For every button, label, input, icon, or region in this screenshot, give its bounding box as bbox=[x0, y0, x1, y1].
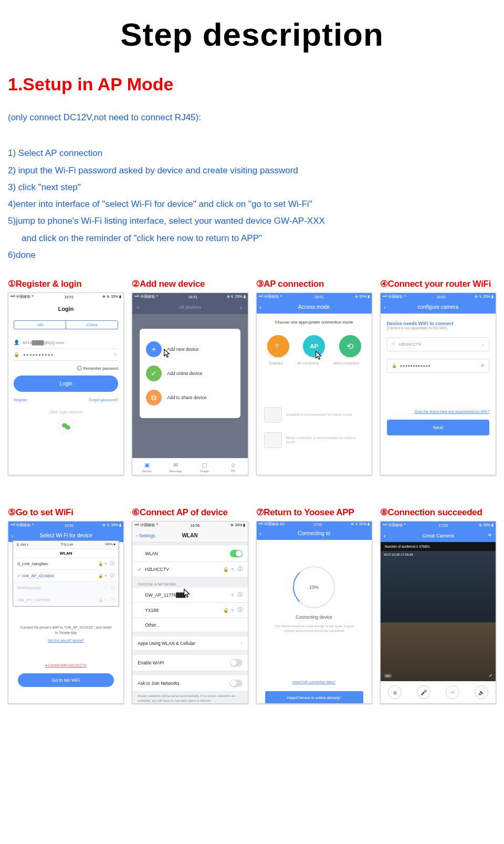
snapshot-button[interactable]: ✂ bbox=[446, 685, 459, 699]
register-link[interactable]: Register bbox=[14, 398, 27, 402]
remember-checkbox[interactable]: ✓ bbox=[77, 366, 81, 370]
back-icon[interactable]: ‹ bbox=[260, 304, 262, 310]
nav-image[interactable]: ▢Image bbox=[190, 459, 219, 475]
speaker-button[interactable]: 🔈 bbox=[475, 685, 488, 699]
step-4: 4)enter into interface of "select Wi-Fi … bbox=[8, 196, 496, 213]
wired-connection-button[interactable]: ⟲ bbox=[339, 335, 361, 357]
username-field[interactable]: 👤 8914████@QQ.com bbox=[14, 337, 118, 349]
screenshot-add-device: ••ıl中国移动ᯤ 16:51 ⊕ ↯35%▮ ≡ All devices ＋ … bbox=[132, 293, 248, 475]
caption-7: ⑦Return to Yoosee APP bbox=[256, 507, 372, 518]
screenshot-configure-camera: ••ıl中国移动ᯤ 16:52 ⊕ ↯35%▮ ‹ configure came… bbox=[380, 293, 496, 475]
status-bar: ••ıl中国移动ᯤ 17:03 ⊕30%▮ bbox=[381, 522, 496, 529]
camera-icon: ▣ bbox=[132, 462, 161, 468]
network-gw-ap[interactable]: GW_AP_11776███ ᯤⓘ bbox=[132, 588, 247, 603]
stream-info: Number of audience:1 67kB/s bbox=[381, 542, 496, 551]
back-icon[interactable]: ‹ bbox=[260, 530, 262, 537]
eye-icon[interactable]: 👁 bbox=[113, 352, 118, 357]
apps-using-wlan[interactable]: Apps Using WLAN & Cellular› bbox=[132, 637, 247, 651]
enable-wapi[interactable]: Enable WAPI bbox=[132, 655, 247, 671]
user-icon: 👤 bbox=[14, 340, 19, 345]
wifi-icon: ᯤ bbox=[32, 294, 35, 299]
wifi-requirements-link[interactable]: Does the device have any requirements fo… bbox=[387, 410, 489, 413]
smartlink-button[interactable]: ᯤ bbox=[267, 335, 289, 357]
record-button[interactable]: ◉ bbox=[388, 685, 402, 699]
status-bar: ••ıl中国移动ᯤ 16:51 ⊕35%▮ bbox=[257, 293, 372, 300]
ap-label: AP connection bbox=[297, 361, 319, 365]
ask-to-join[interactable]: Ask to Join Networks bbox=[132, 675, 247, 692]
wifi-icon: ᯤ bbox=[231, 567, 236, 572]
toggle-off-icon[interactable] bbox=[230, 659, 243, 666]
settings-icon[interactable]: ⚙ bbox=[488, 533, 491, 537]
plus-icon: ＋ bbox=[146, 341, 162, 357]
wifi-network-item[interactable]: D_Link_HangBao 🔒ᯤⓘ bbox=[13, 558, 119, 570]
forgot-password-link[interactable]: Forgot password? bbox=[89, 398, 118, 402]
connecting-header: ‹ Connecting to bbox=[257, 527, 372, 540]
profile-icon: ☺ bbox=[219, 462, 248, 468]
connected-network[interactable]: ✓HZLHCCTV 🔒ᯤⓘ bbox=[132, 562, 247, 577]
connect-instruction: Connect the phone's WiFi to "GW_AP_XXXXX… bbox=[8, 625, 123, 635]
wifi-network-item[interactable]: NVR9ca3a90 ᯤⓘ bbox=[13, 582, 119, 594]
check-icon: ✓ bbox=[138, 567, 142, 572]
status-bar: ••ıl中国移动ᯤ 16:52 ⊕ ↯35%▮ bbox=[381, 293, 496, 300]
ap-connection-button[interactable]: AP bbox=[303, 335, 325, 357]
wifi-needed-label: Device needs WiFi to connect bbox=[387, 321, 489, 326]
timestamp-overlay: 2017-10-25 17:03:28 bbox=[384, 553, 413, 556]
not-find-ap-link[interactable]: Not find any AP device? bbox=[8, 639, 123, 642]
eye-icon[interactable]: 👁 bbox=[480, 363, 485, 368]
camera-header: ‹ Great Camera ⚙ bbox=[381, 529, 496, 542]
toggle-off-icon[interactable] bbox=[230, 680, 243, 687]
message-icon: ✉ bbox=[161, 462, 190, 468]
caption-8: ⑧Connection succeeded bbox=[380, 507, 496, 518]
add-icon[interactable]: ＋ bbox=[238, 304, 244, 312]
all-devices-header: ≡ All devices ＋ bbox=[132, 300, 247, 314]
wifi-network-item-selected[interactable]: ✓ GW_AP_4214894 🔒ᯤⓘ bbox=[13, 570, 119, 582]
country-selector[interactable]: +86China bbox=[14, 320, 118, 329]
wlan-inset-panel: 无 SIM ‡下午2:49100% ■ WLAN D_Link_HangBao … bbox=[13, 540, 119, 607]
status-bar: ••ıl中国移动ᯤ 16:52 ⊕ ↯35%▮ bbox=[8, 522, 123, 529]
menu-icon[interactable]: ≡ bbox=[136, 305, 139, 310]
step-1: 1) Select AP connection bbox=[8, 145, 496, 162]
add-new-device-option[interactable]: ＋ Add new device bbox=[146, 337, 234, 361]
network-item[interactable]: YX188 🔒ᯤⓘ bbox=[132, 603, 247, 618]
nav-message[interactable]: ✉Message bbox=[161, 459, 190, 475]
quality-badge[interactable]: SD bbox=[384, 674, 392, 678]
fullscreen-icon[interactable]: ⤢ bbox=[489, 673, 492, 678]
access-mode-header: ‹ Access mode bbox=[257, 300, 372, 314]
caption-2: ②Add new device bbox=[132, 278, 248, 289]
mic-button[interactable]: 🎤 bbox=[417, 685, 430, 699]
login-button[interactable]: Login bbox=[14, 376, 118, 392]
section-heading: 1.Setup in AP Mode bbox=[8, 74, 496, 95]
back-icon[interactable]: ‹ bbox=[384, 304, 386, 310]
lock-icon: 🔒 bbox=[98, 561, 103, 566]
back-icon[interactable]: ‹ bbox=[12, 533, 14, 539]
cable-icon: ⟲ bbox=[346, 341, 353, 351]
go-to-set-wifi-button[interactable]: Go to set WiFi bbox=[18, 673, 114, 687]
wired-label: Wired connection bbox=[333, 361, 359, 365]
step-6: 6)done bbox=[8, 247, 496, 264]
add-share-device-option[interactable]: ⧉ Add to share device bbox=[146, 385, 234, 410]
wifi-password-field[interactable]: 🔒 ●●●●●●●●●●●● 👁 bbox=[387, 359, 489, 373]
wlan-master-toggle[interactable]: WLAN bbox=[132, 546, 247, 562]
screenshot-camera-live: ••ıl中国移动ᯤ 17:03 ⊕30%▮ ‹ Great Camera ⚙ N… bbox=[380, 521, 496, 704]
nav-device[interactable]: ▣Device bbox=[132, 459, 161, 475]
network-other[interactable]: Other... bbox=[132, 618, 247, 632]
screenshot-select-wifi: ••ıl中国移动ᯤ 16:52 ⊕ ↯35%▮ ‹ Select Wi-Fi f… bbox=[8, 521, 124, 704]
toggle-on-icon[interactable] bbox=[230, 550, 243, 557]
live-video-view[interactable]: 2017-10-25 17:03:28 SD ⤢ bbox=[381, 551, 496, 681]
back-icon[interactable]: ‹ bbox=[384, 533, 386, 539]
password-field[interactable]: 🔒 ●●●●●●●●●● 👁 bbox=[14, 349, 118, 361]
caption-1: ①Register & login bbox=[8, 278, 124, 289]
smartlink-label: Smartlink bbox=[269, 361, 283, 365]
nav-my[interactable]: ☺My bbox=[219, 459, 248, 475]
status-bar: ••ıl中国移动 4G 17:01 ⊕ ↯31%▮ bbox=[257, 522, 372, 527]
wifi-network-item[interactable]: GW_IPC_4425560 🔒ᯤⓘ bbox=[13, 594, 119, 606]
next-button[interactable]: Next bbox=[387, 420, 489, 435]
wifi-failed-link[interactable]: Heard"wifi connection failed" bbox=[257, 680, 372, 684]
caption-3: ③AP connection bbox=[256, 278, 372, 289]
device-online-toast[interactable]: Heard"device is online already" bbox=[265, 691, 363, 704]
wechat-icon[interactable] bbox=[58, 418, 74, 434]
add-online-device-option[interactable]: ✓ Add online device bbox=[146, 361, 234, 385]
current-wifi-warning[interactable]: Current WiFi:HZLHCCTV bbox=[8, 663, 123, 667]
ssid-dropdown[interactable]: ᯤ HZLHCCTV ⌄ bbox=[387, 337, 489, 351]
caption-4: ④Connect your router WiFi bbox=[380, 278, 496, 289]
